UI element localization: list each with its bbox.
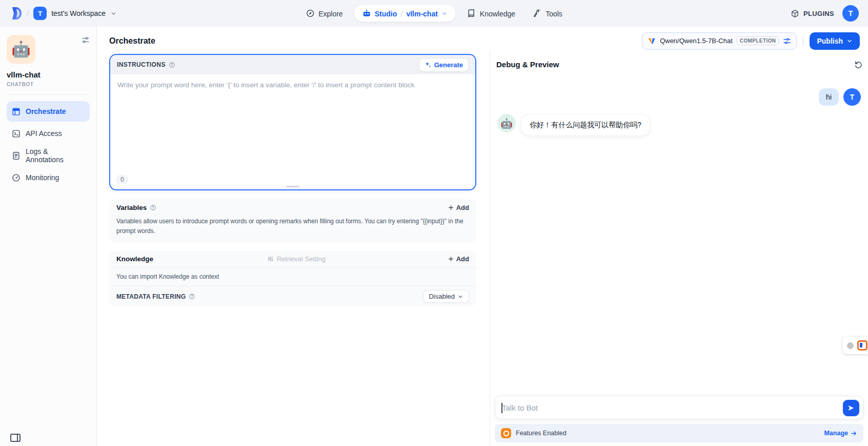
- nav-current-app: vllm-chat: [406, 9, 437, 17]
- vllm-logo-icon: [648, 37, 656, 45]
- nav-tools-label: Tools: [546, 9, 562, 17]
- main-nav: Explore Studio / vllm-chat Knowledge: [299, 5, 569, 22]
- explore-icon: [306, 9, 314, 18]
- metadata-filtering-dropdown[interactable]: Disabled: [423, 290, 469, 303]
- features-robot-icon: [501, 428, 511, 438]
- widget-logo-icon: [857, 340, 867, 351]
- page-title: Orchestrate: [109, 36, 155, 46]
- resize-handle[interactable]: [286, 186, 299, 187]
- features-enabled-label: Features Enabled: [516, 430, 567, 437]
- user-message-row: hi T: [497, 88, 861, 106]
- page-toolbar: Orchestrate Qwen/Qwen1.5-7B-Chat COMPLET…: [97, 27, 868, 51]
- app-icon[interactable]: 🤖: [7, 35, 35, 64]
- knowledge-title: Knowledge: [116, 255, 153, 263]
- metadata-filtering-row: METADATA FILTERING Disabled: [109, 286, 476, 306]
- debug-preview-title: Debug & Preview: [496, 60, 559, 69]
- sparkle-icon: [425, 61, 432, 68]
- variables-title: Variables: [116, 204, 147, 211]
- workspace-name[interactable]: test's Workspace: [51, 9, 106, 17]
- collapse-sidebar-icon[interactable]: [10, 434, 21, 442]
- nav-app-chevron-down-icon[interactable]: [441, 10, 448, 16]
- app-settings-sliders-icon[interactable]: [82, 36, 90, 44]
- sidebar-item-label: Logs & Annotations: [26, 147, 85, 164]
- generate-label: Generate: [434, 61, 463, 69]
- bot-message-row: 🤖 你好！有什么问题我可以帮助你吗?: [497, 114, 861, 135]
- floating-extension-widget[interactable]: [842, 337, 868, 354]
- breadcrumb-separator: /: [27, 9, 29, 18]
- sidebar-item-logs-annotations[interactable]: Logs & Annotations: [7, 145, 90, 166]
- workspace-area: / T test's Workspace: [9, 7, 117, 20]
- workspace-chevron-down-icon[interactable]: [110, 10, 117, 17]
- restart-conversation-icon[interactable]: [853, 59, 864, 70]
- chat-footer: Features Enabled Manage: [490, 396, 868, 446]
- sidebar-item-api-access[interactable]: API Access: [7, 123, 90, 144]
- debug-preview-panel: Debug & Preview hi T 🤖 你好！有什么问题我可以帮助你吗?: [490, 51, 868, 446]
- app-name: vllm-chat: [7, 70, 90, 79]
- generate-button[interactable]: Generate: [419, 58, 469, 72]
- sidebar-item-monitoring[interactable]: Monitoring: [7, 167, 90, 188]
- help-circle-icon[interactable]: [169, 62, 175, 68]
- features-bar: Features Enabled Manage: [495, 424, 863, 442]
- arrow-right-icon: [851, 430, 857, 437]
- nav-separator: /: [400, 9, 402, 18]
- nav-knowledge-label: Knowledge: [480, 9, 515, 17]
- gauge-icon: [12, 173, 21, 182]
- orchestrate-layout-icon: [12, 107, 21, 116]
- knowledge-description: You can import Knowledge as context: [109, 267, 476, 286]
- nav-knowledge[interactable]: Knowledge: [461, 5, 521, 22]
- workspace-avatar[interactable]: T: [33, 7, 47, 20]
- nav-explore-label: Explore: [318, 9, 342, 17]
- nav-studio[interactable]: Studio / vllm-chat: [354, 5, 456, 22]
- model-selector[interactable]: Qwen/Qwen1.5-7B-Chat COMPLETION: [642, 32, 797, 50]
- dify-logo[interactable]: [9, 7, 22, 20]
- add-label: Add: [456, 204, 469, 211]
- nav-tools[interactable]: Tools: [527, 5, 569, 22]
- publish-label: Publish: [817, 37, 843, 45]
- retrieval-setting-label: Retrieval Setting: [277, 255, 326, 263]
- sidebar-item-label: API Access: [26, 129, 62, 138]
- logs-document-icon: [12, 151, 21, 160]
- instructions-input[interactable]: [110, 74, 475, 157]
- bot-message-bubble: 你好！有什么问题我可以帮助你吗?: [521, 115, 650, 135]
- add-knowledge-button[interactable]: Add: [448, 255, 469, 263]
- manage-label: Manage: [824, 430, 848, 437]
- model-params-sliders-icon[interactable]: [783, 37, 791, 45]
- plugins-label: PLUGINS: [803, 10, 834, 17]
- sidebar-divider: [7, 94, 90, 95]
- sidebar-item-label: Monitoring: [26, 173, 59, 182]
- chat-area: hi T 🤖 你好！有什么问题我可以帮助你吗?: [490, 73, 868, 396]
- add-label: Add: [456, 255, 469, 263]
- widget-dot-icon: [847, 342, 854, 349]
- model-mode-badge: COMPLETION: [737, 36, 779, 45]
- top-header: / T test's Workspace Explore Studio / vl…: [0, 0, 868, 27]
- sidebar-item-label: Orchestrate: [26, 107, 66, 115]
- header-right: PLUGINS T: [791, 5, 859, 22]
- manage-features-link[interactable]: Manage: [824, 430, 857, 437]
- toolbar-divider: [803, 37, 803, 45]
- nav-studio-label: Studio: [375, 9, 397, 17]
- publish-button[interactable]: Publish: [810, 32, 860, 50]
- send-button[interactable]: [843, 400, 859, 416]
- plugins-button[interactable]: PLUGINS: [791, 9, 834, 18]
- robot-icon: [362, 9, 371, 18]
- nav-explore[interactable]: Explore: [299, 5, 349, 22]
- variables-section: Variables Add Variables allow: [109, 199, 476, 243]
- plus-icon: [448, 204, 454, 211]
- help-circle-icon[interactable]: [189, 293, 195, 300]
- retrieval-sliders-icon: [267, 256, 274, 262]
- retrieval-setting-button[interactable]: Retrieval Setting: [267, 255, 326, 263]
- book-icon: [467, 9, 476, 18]
- variables-description: Variables allow users to introduce promp…: [109, 214, 476, 243]
- instructions-panel: INSTRUCTIONS Generate: [109, 54, 476, 190]
- add-variable-button[interactable]: Add: [448, 204, 469, 211]
- app-sidebar: 🤖 vllm-chat CHATBOT Orchestrate API Acce…: [0, 27, 97, 446]
- help-circle-icon[interactable]: [150, 204, 156, 211]
- user-chat-avatar: T: [843, 88, 861, 106]
- app-window: / T test's Workspace Explore Studio / vl…: [0, 0, 868, 446]
- chat-input[interactable]: [495, 396, 863, 419]
- user-avatar[interactable]: T: [842, 5, 859, 22]
- orchestrate-panel: INSTRUCTIONS Generate: [97, 51, 490, 446]
- sidebar-item-orchestrate[interactable]: Orchestrate: [7, 101, 90, 122]
- metadata-filtering-value: Disabled: [429, 293, 455, 300]
- bot-avatar: 🤖: [497, 114, 516, 132]
